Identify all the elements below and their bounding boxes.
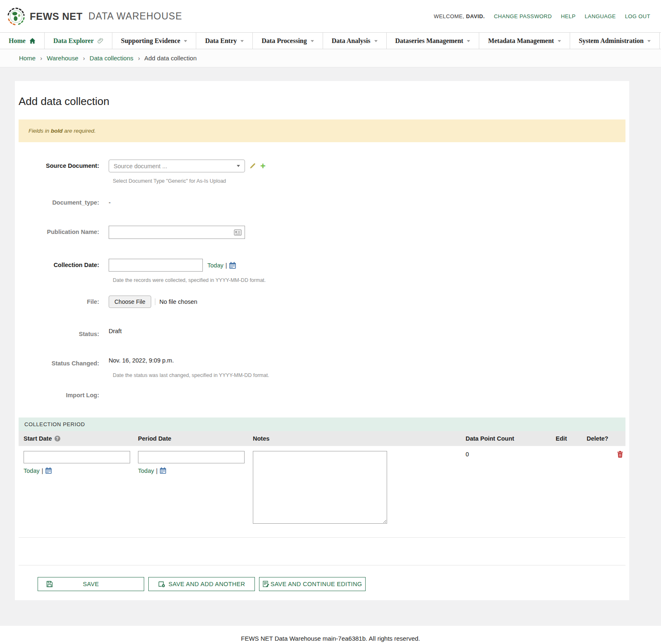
- save-button-label: SAVE: [83, 581, 99, 587]
- nav-item-dataseries-management-label: Dataseries Management: [395, 37, 464, 45]
- notes-textarea[interactable]: [253, 451, 387, 524]
- nav-item-data-entry[interactable]: Data Entry: [196, 33, 253, 49]
- publication-name-input[interactable]: [109, 226, 245, 239]
- home-icon: [29, 38, 36, 44]
- nav-item-dataseries-management[interactable]: Dataseries Management: [387, 33, 480, 49]
- status-value: Draft: [104, 328, 121, 334]
- nav-item-data-processing[interactable]: Data Processing: [253, 33, 323, 49]
- breadcrumb-home[interactable]: Home: [19, 55, 36, 62]
- brand-name: FEWS NET: [30, 11, 83, 22]
- col-start-date-label: Start Date: [24, 435, 52, 442]
- document-type-value: -: [104, 196, 111, 206]
- submit-row: SAVE SAVE AND ADD ANOTHER: [38, 577, 625, 591]
- brand-logo[interactable]: FEWS NET DATA WAREHOUSE: [7, 7, 182, 26]
- date-separator: |: [42, 467, 43, 474]
- required-note-prefix: Fields in: [29, 128, 51, 134]
- nav-item-system-administration[interactable]: System Administration: [570, 33, 660, 49]
- save-and-add-another-label: SAVE AND ADD ANOTHER: [169, 581, 245, 587]
- breadcrumb-separator: ›: [138, 55, 140, 62]
- col-data-point-count: Data Point Count: [461, 431, 551, 446]
- welcome-text: WELCOME, DAVID.: [434, 13, 485, 19]
- file-control: Choose File No file chosen: [104, 296, 197, 308]
- trash-icon[interactable]: [617, 451, 623, 525]
- nav-item-metadata-management-label: Metadata Management: [488, 37, 554, 45]
- chevron-down-icon: [558, 40, 561, 42]
- source-document-placeholder: Source document ...: [114, 163, 167, 169]
- col-delete: Delete?: [582, 431, 625, 446]
- logout-link[interactable]: LOG OUT: [625, 13, 650, 19]
- save-edit-icon: [263, 581, 269, 587]
- period-date-cell: Today |: [133, 446, 248, 537]
- nav-item-data-analysis[interactable]: Data Analysis: [323, 33, 387, 49]
- username: DAVID.: [466, 13, 485, 19]
- add-related-icon[interactable]: +: [260, 163, 266, 169]
- status-changed-value: Nov. 16, 2022, 9:09 p.m.: [104, 357, 174, 364]
- breadcrumb-separator: ›: [40, 55, 42, 62]
- source-document-label: Source Document:: [19, 160, 104, 169]
- nav-item-data-processing-label: Data Processing: [262, 37, 307, 45]
- choose-file-button[interactable]: Choose File: [109, 296, 151, 308]
- help-link[interactable]: HELP: [561, 13, 576, 19]
- publication-lookup-icon[interactable]: [234, 229, 242, 236]
- nav-item-data-explorer-label: Data Explorer: [53, 37, 94, 45]
- breadcrumb: Home › Warehouse › Data collections › Ad…: [0, 49, 661, 67]
- chevron-down-icon: [374, 40, 378, 42]
- save-and-add-another-button[interactable]: SAVE AND ADD ANOTHER: [148, 577, 255, 591]
- period-date-input[interactable]: [138, 451, 245, 463]
- start-date-today-link[interactable]: Today: [24, 467, 40, 474]
- breadcrumb-warehouse[interactable]: Warehouse: [47, 55, 78, 62]
- col-start-date: Start Date ?: [19, 431, 133, 446]
- start-date-input[interactable]: [24, 451, 130, 463]
- notes-cell: [248, 446, 461, 537]
- status-row: Status: Draft: [19, 328, 625, 337]
- save-button[interactable]: SAVE: [38, 577, 144, 591]
- chevron-down-icon: [467, 40, 470, 42]
- calendar-icon[interactable]: [45, 467, 52, 474]
- nav-item-supporting-evidence[interactable]: Supporting Evidence: [112, 33, 197, 49]
- page-title: Add data collection: [19, 95, 625, 108]
- nav-item-system-administration-label: System Administration: [579, 37, 644, 45]
- calendar-icon[interactable]: [159, 467, 166, 474]
- required-note-suffix: are required.: [63, 128, 96, 134]
- nav-item-metadata-management[interactable]: Metadata Management: [479, 33, 570, 49]
- period-date-today-link[interactable]: Today: [138, 467, 154, 474]
- chevron-down-icon: [647, 40, 651, 42]
- status-label: Status:: [19, 328, 104, 337]
- date-separator: |: [226, 262, 227, 269]
- save-and-continue-editing-label: SAVE AND CONTINUE EDITING: [271, 581, 362, 587]
- nav-item-data-explorer[interactable]: Data Explorer: [45, 33, 112, 49]
- required-fields-note: Fields in bold are required.: [19, 119, 625, 142]
- source-document-control: Source document ... +: [104, 160, 266, 172]
- col-notes: Notes: [248, 431, 461, 446]
- edit-pencil-icon[interactable]: [250, 163, 256, 169]
- source-document-select[interactable]: Source document ...: [109, 160, 245, 172]
- help-question-icon[interactable]: ?: [55, 436, 60, 441]
- delete-cell: [582, 446, 625, 537]
- edit-cell: [551, 446, 582, 537]
- import-log-row: Import Log:: [19, 389, 625, 398]
- chevron-down-icon: [240, 40, 244, 42]
- nav-item-home-label: Home: [9, 37, 26, 45]
- start-date-cell: Today |: [19, 446, 133, 537]
- collection-date-help: Date the records were collected, specifi…: [113, 277, 625, 283]
- change-password-link[interactable]: CHANGE PASSWORD: [494, 13, 552, 19]
- collection-date-today-link[interactable]: Today: [207, 262, 224, 269]
- calendar-icon[interactable]: [229, 262, 236, 269]
- publication-name-label: Publication Name:: [19, 226, 104, 235]
- collection-date-input[interactable]: [109, 259, 203, 272]
- file-status-text: No file chosen: [155, 298, 197, 305]
- status-changed-label: Status Changed:: [19, 357, 104, 367]
- nav-item-home[interactable]: Home: [0, 33, 45, 49]
- publication-name-row: Publication Name:: [19, 226, 625, 239]
- collection-date-label: Collection Date:: [19, 259, 104, 268]
- footer-text: FEWS NET Data Warehouse main-7ea6381b. A…: [241, 635, 420, 642]
- data-point-count-value: 0: [461, 446, 551, 537]
- language-link[interactable]: LANGUAGE: [585, 13, 616, 19]
- breadcrumb-data-collections[interactable]: Data collections: [90, 55, 133, 62]
- collection-date-row: Collection Date: Today |: [19, 259, 625, 272]
- status-changed-help: Date the status was last changed, specif…: [113, 372, 625, 378]
- add-collection-form: Source Document: Source document ... + S…: [19, 160, 625, 398]
- page-background: Add data collection Fields in bold are r…: [0, 67, 661, 626]
- top-header: FEWS NET DATA WAREHOUSE WELCOME, DAVID. …: [0, 0, 661, 32]
- save-and-continue-editing-button[interactable]: SAVE AND CONTINUE EDITING: [259, 577, 366, 591]
